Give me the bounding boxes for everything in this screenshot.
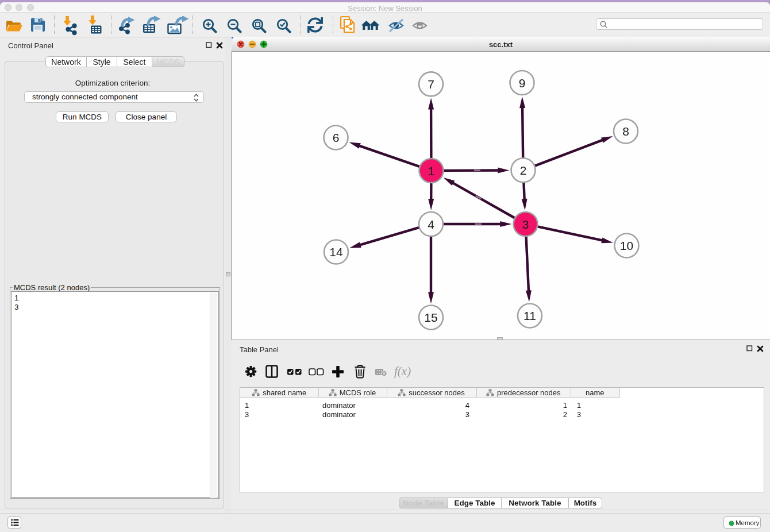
svg-text:8: 8: [622, 125, 629, 138]
svg-text:6: 6: [333, 131, 340, 144]
svg-text:1: 1: [428, 164, 435, 178]
svg-text:7: 7: [428, 78, 434, 91]
svg-text:9: 9: [519, 76, 526, 90]
svg-text:14: 14: [329, 245, 343, 259]
svg-text:11: 11: [523, 309, 536, 322]
svg-text:10: 10: [620, 239, 633, 252]
svg-text:2: 2: [520, 164, 527, 177]
svg-text:4: 4: [428, 218, 434, 231]
svg-text:3: 3: [522, 218, 529, 231]
svg-text:15: 15: [424, 311, 437, 324]
